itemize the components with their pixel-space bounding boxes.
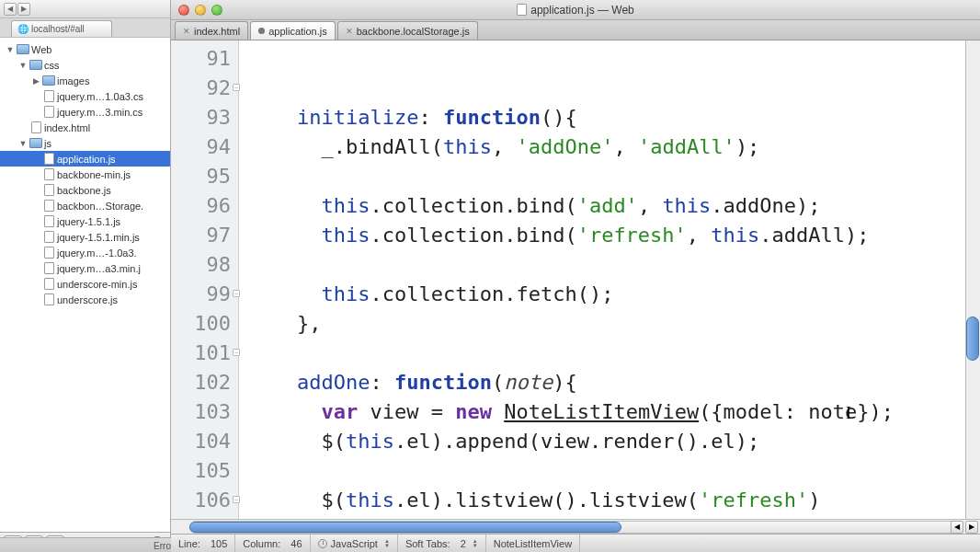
line-number[interactable]: 96 xyxy=(171,191,238,221)
secondary-window-fragment: Erro xyxy=(0,537,171,552)
file-icon xyxy=(42,168,55,180)
vertical-scrollbar[interactable] xyxy=(965,40,980,519)
tree-file[interactable]: jquery.m…3.min.cs xyxy=(0,104,170,120)
line-number[interactable]: 99– xyxy=(171,280,238,309)
editor-tab[interactable]: ✕backbone.localStorage.js xyxy=(337,21,478,40)
status-line[interactable]: Line: 105 xyxy=(171,535,235,552)
stepper-icon[interactable]: ▲▼ xyxy=(384,539,390,548)
line-number[interactable]: 94 xyxy=(171,132,238,162)
tree-file[interactable]: application.js xyxy=(0,151,170,167)
tree-item-label: jquery.m…-1.0a3. xyxy=(57,247,137,259)
fold-toggle-icon[interactable]: – xyxy=(233,290,240,297)
fold-toggle-icon[interactable]: – xyxy=(233,349,240,356)
status-language[interactable]: JavaScript ▲▼ xyxy=(311,535,398,552)
window-titlebar[interactable]: application.js — Web xyxy=(171,0,980,20)
tree-item-label: application.js xyxy=(57,154,116,165)
tree-file[interactable]: jquery-1.5.1.min.js xyxy=(0,229,170,245)
file-icon xyxy=(42,293,55,305)
tree-item-label: css xyxy=(44,60,60,71)
stepper-icon[interactable]: ▲▼ xyxy=(473,539,478,548)
tab-bar: ✕index.htmlapplication.js✕backbone.local… xyxy=(171,20,980,40)
sidebar: ◀ ▶ 🌐 localhost/#all ▼Web▼css▶imagesjque… xyxy=(0,0,171,552)
tree-item-label: jquery-1.5.1.min.js xyxy=(57,232,140,243)
line-number[interactable]: 102 xyxy=(171,368,238,397)
folder-icon xyxy=(17,43,29,55)
editor-area: application.js — Web ✕index.htmlapplicat… xyxy=(171,0,980,552)
tree-file[interactable]: underscore-min.js xyxy=(0,276,170,292)
line-number[interactable]: 106– xyxy=(171,486,238,515)
status-bar: Line: 105 Column: 46 JavaScript ▲▼ Soft … xyxy=(171,534,980,552)
code-editor[interactable]: 9192–93949596979899–100101–1021031041051… xyxy=(171,40,980,519)
code-content[interactable]: initialize: function(){ _.bindAll(this, … xyxy=(239,40,980,519)
tree-file[interactable]: backbone-min.js xyxy=(0,167,170,182)
file-icon xyxy=(42,200,55,212)
file-icon xyxy=(29,121,42,133)
line-number[interactable]: 104 xyxy=(171,427,238,456)
folder-icon xyxy=(29,137,42,149)
tree-item-label: backbone-min.js xyxy=(57,169,131,180)
tree-folder[interactable]: ▼js xyxy=(0,135,170,151)
line-number[interactable]: 97 xyxy=(171,221,238,250)
scroll-right-button[interactable]: ▶ xyxy=(965,521,978,534)
tree-item-label: backbon…Storage. xyxy=(57,201,143,212)
line-number[interactable]: 100 xyxy=(171,309,238,339)
fold-toggle-icon[interactable]: – xyxy=(233,84,240,91)
line-number[interactable]: 103 xyxy=(171,397,238,427)
file-icon xyxy=(42,153,55,165)
tab-label: backbone.localStorage.js xyxy=(357,26,470,37)
close-tab-icon[interactable]: ✕ xyxy=(183,27,190,36)
horizontal-scroll-thumb[interactable] xyxy=(189,522,621,533)
tree-file[interactable]: jquery.m…-1.0a3. xyxy=(0,245,170,260)
tree-folder[interactable]: ▶images xyxy=(0,73,170,88)
tree-file[interactable]: jquery.m…a3.min.j xyxy=(0,260,170,276)
tree-item-label: backbone.js xyxy=(57,185,111,196)
line-number[interactable]: 92– xyxy=(171,74,238,103)
tree-folder[interactable]: ▼css xyxy=(0,57,170,73)
tree-file[interactable]: backbon…Storage. xyxy=(0,198,170,213)
folder-icon xyxy=(29,59,42,71)
vertical-scroll-thumb[interactable] xyxy=(966,316,979,361)
scroll-left-button[interactable]: ◀ xyxy=(951,521,963,534)
disclosure-arrow-icon[interactable]: ▼ xyxy=(18,61,28,70)
tree-item-label: underscore-min.js xyxy=(57,279,137,290)
js-file-icon xyxy=(517,4,527,16)
status-column[interactable]: Column: 46 xyxy=(235,535,310,552)
line-number[interactable]: 105 xyxy=(171,456,238,486)
window-title: application.js — Web xyxy=(171,4,980,17)
file-icon xyxy=(42,215,55,227)
file-tree[interactable]: ▼Web▼css▶imagesjquery.m…1.0a3.csjquery.m… xyxy=(0,38,170,532)
nav-back-button[interactable]: ◀ xyxy=(4,3,17,16)
tree-file[interactable]: backbone.js xyxy=(0,182,170,198)
status-softtabs[interactable]: Soft Tabs: 2 ▲▼ xyxy=(398,535,486,552)
line-number[interactable]: 95 xyxy=(171,162,238,191)
horizontal-scrollbar[interactable]: ◀ ▶ xyxy=(171,519,980,534)
line-number[interactable]: 91 xyxy=(171,44,238,74)
tree-file[interactable]: jquery-1.5.1.js xyxy=(0,213,170,229)
tree-file[interactable]: jquery.m…1.0a3.cs xyxy=(0,88,170,104)
sidebar-old-tab[interactable]: 🌐 localhost/#all xyxy=(11,20,112,37)
file-icon xyxy=(42,247,55,259)
fold-toggle-icon[interactable]: – xyxy=(233,496,240,503)
sidebar-old-tab-label: localhost/#all xyxy=(31,24,85,34)
folder-icon xyxy=(42,75,55,86)
disclosure-arrow-icon[interactable]: ▶ xyxy=(31,76,40,86)
disclosure-arrow-icon[interactable]: ▼ xyxy=(6,45,15,54)
editor-tab[interactable]: application.js xyxy=(250,21,336,40)
close-tab-icon[interactable]: ✕ xyxy=(346,27,353,36)
editor-tab[interactable]: ✕index.html xyxy=(175,21,248,40)
nav-forward-button[interactable]: ▶ xyxy=(17,3,30,16)
line-number[interactable]: 101– xyxy=(171,339,238,368)
tree-file[interactable]: index.html xyxy=(0,120,170,135)
file-icon xyxy=(42,231,55,243)
line-number[interactable]: 93 xyxy=(171,103,238,132)
line-gutter[interactable]: 9192–93949596979899–100101–1021031041051… xyxy=(171,40,239,519)
tree-file[interactable]: underscore.js xyxy=(0,292,170,307)
tree-item-label: jquery.m…3.min.cs xyxy=(57,107,142,118)
line-number[interactable]: 98 xyxy=(171,250,238,280)
disclosure-arrow-icon[interactable]: ▼ xyxy=(18,139,28,148)
file-icon xyxy=(42,106,55,118)
status-symbol[interactable]: NoteListItemView xyxy=(486,535,580,552)
tree-item-label: jquery-1.5.1.js xyxy=(57,216,120,227)
tree-folder[interactable]: ▼Web xyxy=(0,41,170,57)
tree-item-label: js xyxy=(44,138,51,149)
